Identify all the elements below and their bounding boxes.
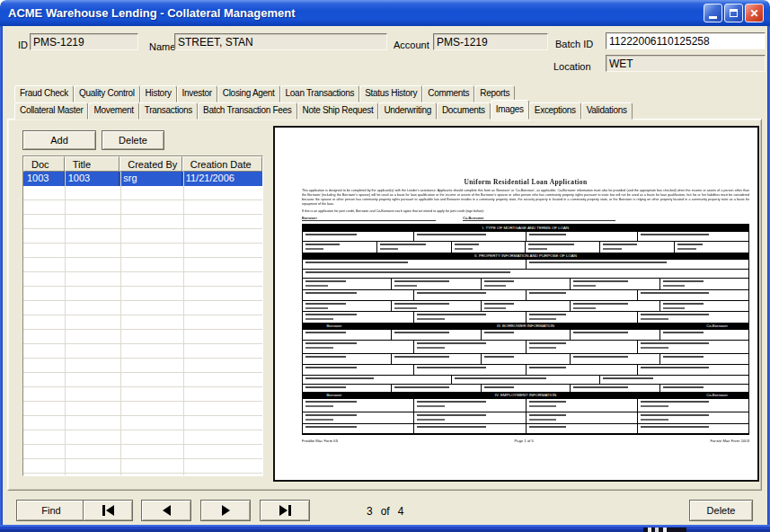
first-record-icon	[102, 505, 114, 516]
account-field[interactable]	[433, 33, 548, 50]
column-header[interactable]: Created By	[119, 156, 181, 172]
tab-label: Note Ship Request	[303, 105, 374, 115]
delete-image-button[interactable]: Delete	[102, 130, 164, 150]
name-label: Name	[149, 41, 175, 52]
minimize-button[interactable]	[704, 4, 722, 22]
name-field[interactable]	[174, 33, 387, 50]
tab[interactable]: Loan Transactions	[280, 85, 360, 102]
tab-label: Fraud Check	[20, 88, 68, 98]
form-cell	[638, 424, 748, 433]
tab[interactable]: Investor	[177, 85, 217, 102]
batch-id-field[interactable]	[606, 32, 766, 49]
form-cell	[638, 312, 748, 323]
form-row	[303, 412, 748, 423]
form-cell	[303, 260, 527, 269]
image-preview-pane[interactable]: Uniform Residential Loan Application Thi…	[273, 126, 759, 482]
form-cell	[571, 330, 659, 340]
form-cell	[571, 385, 659, 392]
form-cell	[303, 270, 748, 278]
next-record-button[interactable]	[200, 500, 251, 521]
tab-row-2: Collateral MasterMovementTransactionsBat…	[14, 102, 633, 120]
form-cell	[414, 290, 526, 300]
tab[interactable]: Movement	[88, 102, 138, 120]
column-header[interactable]: Doc	[23, 156, 65, 172]
tab[interactable]: Closing Agent	[217, 85, 280, 102]
tab[interactable]: Quality Control	[74, 85, 140, 102]
form-cell	[527, 424, 638, 433]
maximize-icon	[730, 9, 738, 17]
document-title: Uniform Residential Loan Application	[302, 178, 749, 186]
form-cell	[571, 279, 659, 289]
form-cell	[303, 412, 414, 423]
form-cell	[303, 354, 392, 364]
form-cell	[414, 412, 526, 423]
batch-id-label: Batch ID	[555, 39, 593, 49]
form-cell	[660, 279, 748, 289]
add-button[interactable]: Add	[22, 130, 96, 150]
tab-label: Batch Transaction Fees	[203, 105, 291, 115]
titlebar[interactable]: ACME Warehouse Lending - Collateral Mana…	[0, 0, 770, 26]
table-row[interactable]: 1003 1003 srg 11/21/2006	[23, 172, 262, 186]
maximize-button[interactable]	[724, 4, 743, 22]
section-bar-2: II. PROPERTY INFORMATION AND PURPOSE OF …	[303, 253, 748, 259]
tab-label: Collateral Master	[20, 105, 83, 115]
tab[interactable]: Status History	[359, 85, 422, 102]
document-joint-credit-line: If this is an application for joint cred…	[302, 209, 624, 214]
previous-record-button[interactable]	[141, 500, 191, 521]
tab[interactable]: Fraud Check	[14, 85, 74, 102]
document-footer: Freddie Mac Form 65 Page 1 of 5 Fannie M…	[302, 439, 749, 443]
last-record-button[interactable]	[260, 500, 310, 521]
form-row	[303, 278, 748, 289]
form-row	[303, 375, 748, 384]
tab-label: Images	[496, 104, 524, 114]
form-cell	[392, 330, 481, 340]
form-cell	[638, 399, 748, 412]
co-borrower-signature-label: Co-Borrower	[463, 217, 615, 221]
form-row	[303, 289, 748, 300]
tab-label: History	[146, 88, 172, 98]
image-list-table: DocTitleCreated ByCreation Date 1003 100…	[22, 155, 263, 476]
tab-row-1: Fraud CheckQuality ControlHistoryInvesto…	[14, 85, 515, 102]
id-field[interactable]	[30, 33, 138, 50]
column-divider	[120, 172, 121, 475]
tab[interactable]: History	[140, 85, 177, 102]
form-row	[303, 300, 748, 311]
tab[interactable]: Validations	[581, 102, 633, 120]
form-cell	[600, 376, 748, 384]
form-cell	[600, 242, 675, 253]
form-cell	[303, 424, 414, 433]
tab-label: Exceptions	[535, 105, 576, 115]
tab[interactable]: Collateral Master	[14, 102, 88, 120]
tab[interactable]: Underwriting	[378, 102, 437, 120]
form-cell	[303, 301, 392, 311]
column-divider	[183, 172, 184, 475]
tab[interactable]: Exceptions	[529, 102, 581, 120]
form-cell	[482, 354, 571, 364]
close-button[interactable]: ✕	[745, 4, 764, 22]
tab[interactable]: Images	[491, 100, 529, 120]
find-button[interactable]: Find	[16, 500, 86, 521]
tab[interactable]: Documents	[437, 102, 491, 120]
record-of-label: of	[381, 505, 390, 518]
form-cell	[482, 385, 571, 392]
location-field[interactable]	[606, 55, 766, 72]
tab[interactable]: Note Ship Request	[297, 102, 379, 120]
tab-label: Validations	[587, 105, 627, 115]
column-header[interactable]: Title	[65, 156, 120, 172]
doc-table-body[interactable]: 1003 1003 srg 11/21/2006	[23, 172, 262, 475]
first-record-button[interactable]	[83, 500, 133, 521]
section-bar-4: Borrower IV. EMPLOYMENT INFORMATION Co-B…	[303, 392, 748, 398]
tab-label: Loan Transactions	[286, 88, 355, 98]
form-cell	[303, 365, 414, 375]
tab[interactable]: Transactions	[139, 102, 198, 120]
borrower-signature-label: Borrower	[302, 217, 436, 221]
tab-label: Documents	[442, 105, 485, 115]
signature-line-row: Borrower Co-Borrower	[302, 217, 749, 221]
column-header[interactable]: Creation Date	[182, 156, 262, 172]
tab[interactable]: Comments	[422, 85, 474, 102]
form-cell	[660, 301, 748, 311]
tab[interactable]: Batch Transaction Fees	[198, 102, 296, 120]
form-row	[303, 423, 748, 433]
form-row	[303, 311, 748, 323]
delete-record-button[interactable]: Delete	[689, 500, 753, 521]
